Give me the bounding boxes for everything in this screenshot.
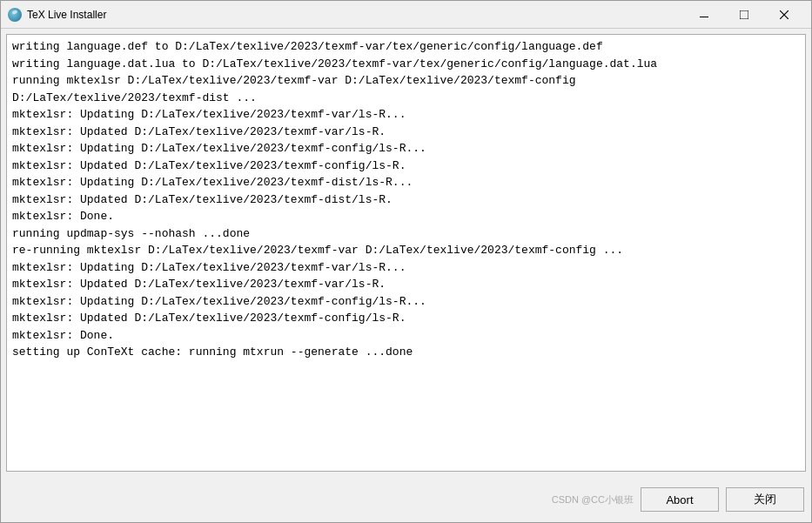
close-icon	[780, 10, 789, 19]
svg-rect-0	[700, 17, 708, 17]
title-bar: TeX Live Installer	[1, 1, 811, 29]
minimize-icon	[700, 10, 708, 19]
title-bar-controls	[684, 1, 804, 29]
footer: CSDN @CC小银班 Abort 关闭	[1, 477, 811, 522]
log-text: writing language.def to D:/LaTex/texlive…	[7, 35, 805, 365]
watermark: CSDN @CC小银班	[552, 493, 634, 506]
maximize-button[interactable]	[724, 1, 764, 29]
abort-button[interactable]: Abort	[641, 487, 719, 512]
svg-rect-1	[740, 10, 748, 19]
log-container[interactable]: writing language.def to D:/LaTex/texlive…	[6, 34, 806, 472]
window-title: TeX Live Installer	[27, 9, 684, 21]
close-footer-button[interactable]: 关闭	[726, 487, 804, 512]
content-area: writing language.def to D:/LaTex/texlive…	[1, 29, 811, 477]
close-button[interactable]	[764, 1, 804, 29]
maximize-icon	[740, 10, 748, 19]
app-icon	[8, 8, 22, 22]
minimize-button[interactable]	[684, 1, 724, 29]
main-window: TeX Live Installer writing la	[0, 0, 812, 523]
